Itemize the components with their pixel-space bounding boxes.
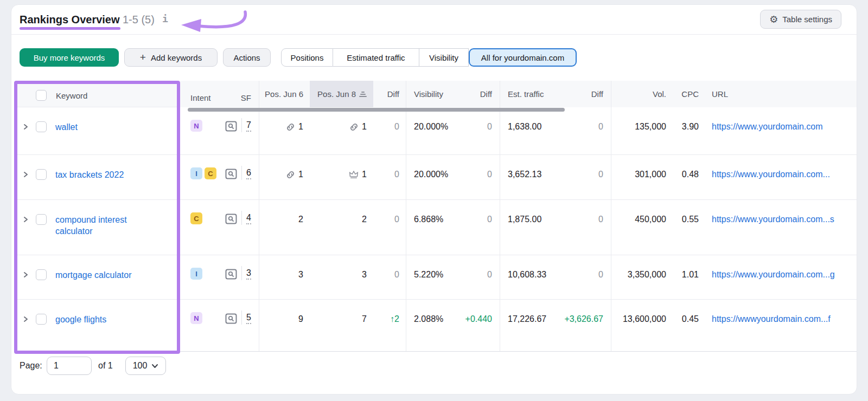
col-pos-diff[interactable]: Diff	[373, 81, 406, 107]
keyword-link[interactable]: compound interest calculator	[55, 214, 151, 237]
table-row: N 7 1 1 0 20.000% 0 1,638.00 0 135,000 3…	[180, 107, 857, 155]
est-traffic-cell: 1,638.00	[500, 107, 559, 154]
intent-badge-commercial[interactable]: C	[190, 212, 202, 224]
tab-estimated-traffic[interactable]: Estimated traffic	[333, 48, 419, 67]
visibility-cell: 2.088%	[406, 300, 459, 352]
tab-all-for-yourdomain[interactable]: All for yourdomain.com	[469, 48, 577, 67]
rows-per-page-select[interactable]: 100	[125, 357, 166, 375]
cpc-cell: 1.01	[671, 255, 703, 299]
cell-divider	[241, 311, 242, 325]
sf-count[interactable]: 6	[246, 168, 251, 179]
sf-count[interactable]: 7	[246, 120, 251, 132]
tab-visibility[interactable]: Visibility	[419, 48, 469, 67]
sf-cell: 3	[220, 255, 259, 299]
cpc-cell: 0.45	[671, 300, 703, 352]
row-checkbox[interactable]	[36, 214, 47, 225]
sf-count[interactable]: 4	[246, 213, 251, 224]
table-row: IC 6 1 1 0 20.000% 0 3,652.13 0 301,000 …	[180, 155, 857, 200]
expand-chevron-icon[interactable]	[22, 124, 29, 130]
col-pos-jun6[interactable]: Pos. Jun 6	[259, 81, 310, 107]
row-checkbox[interactable]	[36, 269, 47, 280]
expand-chevron-icon[interactable]	[22, 171, 29, 178]
col-pos-jun8-sorted[interactable]: Pos. Jun 8	[310, 81, 373, 107]
info-icon[interactable]: i	[162, 13, 168, 24]
sf-count[interactable]: 3	[246, 268, 251, 280]
sf-count[interactable]: 5	[246, 313, 251, 324]
visibility-cell: 6.868%	[406, 200, 459, 255]
table-header-row: Intent SF Pos. Jun 6 Pos. Jun 8 Diff Vis…	[180, 81, 857, 107]
keyword-link[interactable]: tax brackets 2022	[55, 169, 124, 180]
col-sf[interactable]: SF	[220, 81, 259, 107]
intent-badge-navigational[interactable]: N	[190, 120, 202, 132]
traffic-diff-cell: 0	[559, 155, 611, 199]
actions-button[interactable]: Actions	[223, 48, 271, 67]
row-checkbox[interactable]	[36, 314, 47, 325]
rankings-table: Intent SF Pos. Jun 6 Pos. Jun 8 Diff Vis…	[180, 81, 857, 352]
serp-features-icon[interactable]	[225, 313, 237, 324]
intent-badge-informational[interactable]: I	[190, 167, 202, 179]
crown-icon	[349, 170, 359, 179]
est-traffic-cell: 10,608.33	[500, 255, 559, 299]
col-visibility-diff[interactable]: Diff	[459, 81, 500, 107]
url-link[interactable]: https://www.yourdomain.com...s	[703, 200, 857, 255]
url-link[interactable]: https://www.yourdomain.com	[703, 107, 857, 154]
traffic-diff-cell: 0	[559, 255, 611, 299]
page-number-input[interactable]	[47, 357, 92, 375]
url-link[interactable]: https://www.yourdomain.com...	[703, 155, 857, 199]
serp-features-icon[interactable]	[225, 169, 237, 179]
serp-features-icon[interactable]	[225, 121, 237, 132]
intent-badge-informational[interactable]: I	[190, 268, 202, 280]
intent-badge-commercial[interactable]: C	[205, 167, 216, 179]
table-settings-button[interactable]: ⚙ Table settings	[760, 10, 841, 29]
results-count: 1-5 (5)	[123, 14, 155, 26]
row-checkbox[interactable]	[36, 169, 47, 180]
pos-jun8-cell: 3	[310, 255, 373, 299]
volume-cell: 13,600,000	[611, 300, 671, 352]
keyword-link[interactable]: google flights	[55, 314, 106, 325]
table-row: C 4 2 2 0 6.868% 0 1,875.00 0 450,000 0.…	[180, 200, 857, 255]
pos-jun6-cell: 1	[259, 107, 310, 154]
pos-diff-cell: 0	[373, 255, 406, 299]
add-keywords-button[interactable]: + Add keywords	[124, 48, 218, 67]
intent-badge-navigational[interactable]: N	[190, 312, 202, 324]
traffic-diff-cell: 0	[559, 200, 611, 255]
url-link[interactable]: https://www.yourdomain.com...g	[703, 255, 857, 299]
col-intent[interactable]: Intent	[188, 81, 220, 107]
intent-cell: N	[188, 300, 220, 352]
sort-ascending-icon	[359, 92, 367, 98]
col-url[interactable]: URL	[703, 81, 857, 107]
row-checkbox[interactable]	[36, 121, 47, 132]
expand-chevron-icon[interactable]	[22, 216, 29, 223]
pos-jun6-cell: 2	[259, 200, 310, 255]
col-est-traffic[interactable]: Est. traffic	[500, 81, 559, 107]
expand-chevron-icon[interactable]	[22, 271, 29, 278]
intent-cell: IC	[188, 155, 220, 199]
tab-positions[interactable]: Positions	[281, 48, 333, 67]
serp-features-icon[interactable]	[225, 214, 237, 224]
col-traffic-diff[interactable]: Diff	[559, 81, 611, 107]
horizontal-scrollbar[interactable]	[188, 108, 565, 112]
keyword-column-label: Keyword	[56, 91, 87, 100]
pos-diff-cell: ↑2	[373, 300, 406, 352]
buy-more-keywords-button[interactable]: Buy more keywords	[20, 48, 119, 67]
visibility-diff-cell: 0	[459, 255, 500, 299]
table-row: I 3 3 3 0 5.220% 0 10,608.33 0 3,350,000…	[180, 255, 857, 300]
sf-cell: 7	[220, 107, 259, 154]
pagination: Page: of 1 100	[11, 357, 857, 376]
expand-chevron-icon[interactable]	[22, 316, 29, 322]
keyword-link[interactable]: mortgage calculator	[55, 269, 132, 281]
col-visibility[interactable]: Visibility	[406, 81, 459, 107]
cell-divider	[241, 118, 242, 132]
col-volume[interactable]: Vol.	[611, 81, 671, 107]
url-link[interactable]: https://wwwyourdomain.com...f	[703, 300, 857, 352]
page-label: Page:	[20, 361, 42, 371]
col-pos-jun8-label: Pos. Jun 8	[317, 89, 356, 99]
sf-cell: 4	[220, 200, 259, 255]
volume-cell: 301,000	[611, 155, 671, 199]
col-cpc[interactable]: CPC	[671, 81, 703, 107]
serp-features-icon[interactable]	[225, 269, 237, 280]
plus-icon: +	[140, 52, 146, 62]
keyword-link[interactable]: wallet	[55, 121, 78, 133]
view-segmented-control: Positions Estimated traffic Visibility A…	[281, 48, 577, 67]
select-all-checkbox[interactable]	[36, 90, 47, 101]
